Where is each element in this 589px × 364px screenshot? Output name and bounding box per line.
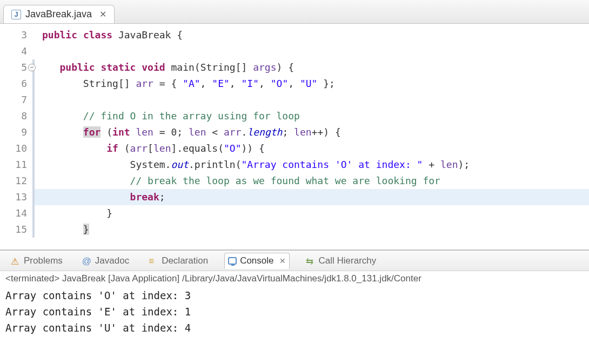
tab-label: Call Hierarchy xyxy=(319,255,377,266)
code-line[interactable] xyxy=(32,92,589,108)
code-line[interactable]: String[] arr = { "A", "E", "I", "O", "U"… xyxy=(32,76,589,92)
code-line[interactable]: } xyxy=(32,221,589,238)
file-tab[interactable]: J JavaBreak.java ✕ xyxy=(3,5,115,23)
line-number: 3 xyxy=(0,27,32,43)
at-icon xyxy=(82,256,92,266)
editor-tab-bar: J JavaBreak.java ✕ xyxy=(0,0,589,24)
code-line[interactable]: System.out.println("Array contains 'O' a… xyxy=(32,157,589,173)
code-line[interactable]: break; xyxy=(32,189,589,205)
tab-problems[interactable]: Problems xyxy=(8,253,66,268)
tab-label: Javadoc xyxy=(95,255,129,266)
line-number: 12 xyxy=(0,173,32,189)
file-tab-label: JavaBreak.java xyxy=(25,9,92,20)
console-icon xyxy=(228,257,237,265)
line-number: 7 xyxy=(0,92,32,108)
line-number: 13 xyxy=(0,189,32,205)
line-number: 15 xyxy=(0,221,32,238)
console-line: Array contains 'E' at index: 1 xyxy=(5,304,584,320)
line-number: 5− xyxy=(0,59,32,76)
editor-pane: J JavaBreak.java ✕ 345−6789101112131415 … xyxy=(0,0,589,251)
console-output[interactable]: Array contains 'O' at index: 3Array cont… xyxy=(0,286,589,364)
fold-minus-icon[interactable]: − xyxy=(28,64,36,71)
close-icon[interactable]: ✕ xyxy=(279,257,286,265)
code-line[interactable]: } xyxy=(32,205,589,221)
tab-label: Console xyxy=(240,255,273,266)
line-number: 8 xyxy=(0,108,32,124)
console-line: Array contains 'O' at index: 3 xyxy=(5,287,584,304)
code-line[interactable] xyxy=(42,43,589,59)
tab-call-hierarchy[interactable]: Call Hierarchy xyxy=(303,253,380,268)
bottom-pane: Problems Javadoc Declaration Console ✕ C… xyxy=(0,251,589,364)
tab-declaration[interactable]: Declaration xyxy=(145,253,211,268)
line-number: 14 xyxy=(0,205,32,221)
tab-label: Declaration xyxy=(162,255,208,266)
view-tabs: Problems Javadoc Declaration Console ✕ C… xyxy=(0,251,589,271)
line-number: 11 xyxy=(0,157,32,173)
tab-console[interactable]: Console ✕ xyxy=(224,253,289,269)
line-number: 9 xyxy=(0,124,32,140)
code-area[interactable]: 345−6789101112131415 public class JavaBr… xyxy=(0,24,589,250)
code-line[interactable]: if (arr[len].equals("O")) { xyxy=(32,140,589,157)
hierarchy-icon xyxy=(306,256,316,266)
code-line[interactable]: public class JavaBreak { xyxy=(42,27,589,43)
tab-label: Problems xyxy=(24,255,63,266)
code-lines[interactable]: public class JavaBreak { public static v… xyxy=(32,24,589,250)
line-number: 6 xyxy=(0,76,32,92)
code-line[interactable]: public static void main(String[] args) { xyxy=(32,59,589,76)
line-number-gutter: 345−6789101112131415 xyxy=(0,24,32,250)
java-file-icon: J xyxy=(11,10,21,19)
console-line: Array contains 'U' at index: 4 xyxy=(5,320,584,336)
code-line[interactable]: for (int len = 0; len < arr.length; len+… xyxy=(32,124,589,140)
code-line[interactable]: // break the loop as we found what we ar… xyxy=(32,173,589,189)
warning-icon xyxy=(11,256,21,266)
line-number: 4 xyxy=(0,43,32,59)
console-header: <terminated> JavaBreak [Java Application… xyxy=(0,271,589,286)
code-line[interactable]: // find O in the array using for loop xyxy=(32,108,589,124)
line-number: 10 xyxy=(0,140,32,157)
tab-javadoc[interactable]: Javadoc xyxy=(79,253,132,268)
declaration-icon xyxy=(149,256,158,266)
close-icon[interactable]: ✕ xyxy=(99,9,106,19)
